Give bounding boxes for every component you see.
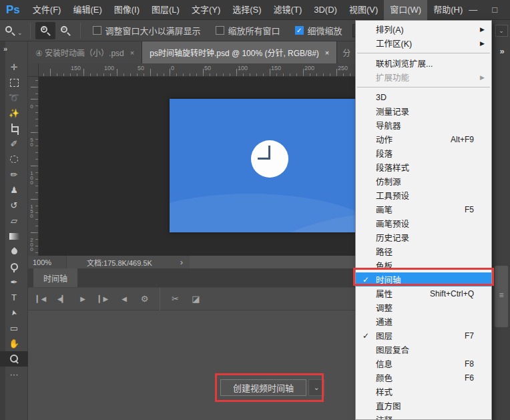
path-selection-tool[interactable]: ➤ — [0, 305, 28, 321]
mute-audio-button[interactable]: ◀ — [113, 295, 134, 302]
clone-stamp-tool[interactable]: ♟ — [0, 182, 28, 198]
window-menu-item[interactable]: 历史记录 — [356, 230, 491, 244]
window-menu-item[interactable]: 信息 F8 — [356, 357, 491, 371]
menubar-item[interactable]: 3D(D) — [308, 0, 343, 20]
menubar-item[interactable]: 图层(L) — [146, 0, 186, 20]
menubar-item[interactable]: 编辑(E) — [67, 0, 107, 20]
scrollbar-thumb[interactable]: ≡ — [495, 266, 508, 327]
right-panel-strip: ⌄ » ≡ — [492, 20, 510, 420]
document-tab[interactable]: ④ 安装时动画（小）.psd × — [28, 41, 142, 63]
close-tab-icon[interactable]: × — [325, 49, 329, 57]
window-menu-item[interactable]: 导航器 — [356, 118, 491, 132]
window-menu-item[interactable]: 工具预设 — [356, 188, 491, 202]
collapse-tools-icon[interactable]: » — [0, 41, 27, 59]
document-tab[interactable]: 分 — [337, 41, 357, 63]
healing-brush-tool[interactable] — [0, 152, 28, 167]
crop-tool[interactable] — [0, 121, 28, 136]
minus-icon: − — [61, 26, 67, 33]
zoom-tool[interactable] — [0, 351, 28, 367]
next-frame-button[interactable]: ▎▶ — [93, 295, 113, 302]
window-menu-item[interactable]: 测量记录 — [356, 104, 491, 118]
window-menu-item[interactable]: 画笔预设 — [356, 216, 491, 230]
move-tool[interactable]: ✛ — [0, 59, 28, 75]
history-brush-tool[interactable]: ↺ — [0, 198, 28, 213]
play-button[interactable]: ▶ — [72, 295, 93, 302]
gradient-tool[interactable] — [0, 228, 28, 244]
checkbox[interactable]: ✓ — [93, 26, 101, 35]
menubar-item[interactable]: 视图(V) — [343, 0, 384, 20]
window-menu-item[interactable]: 3D — [356, 90, 491, 104]
document-size-info[interactable]: 文档:175.8K/469.5K › — [67, 256, 190, 268]
window-menu-item[interactable]: 仿制源 — [356, 174, 491, 188]
checkbox[interactable]: ✓ — [216, 26, 224, 35]
pen-tool[interactable]: ✒ — [0, 274, 28, 290]
ruler-label: 50 — [29, 137, 35, 146]
type-tool[interactable]: T — [0, 290, 28, 305]
window-menu-item[interactable]: 颜色 F6 — [356, 371, 491, 385]
window-menu-item[interactable]: 属性 Shift+Ctrl+Q — [356, 286, 491, 300]
brush-tool[interactable]: ✏ — [0, 167, 28, 182]
zoom-tool-icon[interactable] — [5, 26, 15, 35]
tool-preset-chevron-icon[interactable]: ⌄ — [17, 29, 23, 36]
window-menu-item[interactable]: 色板 — [356, 258, 491, 272]
status-zoom-level[interactable]: 100% — [28, 256, 67, 268]
window-menu-item[interactable]: 直方图 — [356, 399, 491, 413]
window-menu-item[interactable]: 样式 — [356, 385, 491, 399]
split-clip-button[interactable]: ✂ — [165, 294, 186, 304]
window-menu-item[interactable]: 排列(A) ▶ — [356, 22, 491, 36]
window-menu-item[interactable]: 画笔 F5 — [356, 202, 491, 216]
menubar-item[interactable]: 文字(Y) — [186, 0, 226, 20]
workspace-dropdown-icon[interactable]: ⌄ — [495, 25, 508, 37]
menubar-item[interactable]: 滤镜(T) — [268, 0, 308, 20]
rectangle-tool[interactable]: ▭ — [0, 321, 28, 336]
minimize-button[interactable]: — — [469, 1, 477, 19]
menubar-item[interactable]: 图像(I) — [108, 0, 146, 20]
ruler-label: 100 — [29, 170, 35, 184]
window-menu-item[interactable]: 动作 Alt+F9 — [356, 132, 491, 146]
timeline-tab[interactable]: 时间轴 — [33, 268, 77, 287]
quick-selection-tool[interactable]: ✨ — [0, 106, 28, 121]
menubar-item[interactable]: 选择(S) — [226, 0, 267, 20]
menubar-item[interactable]: 文件(F) — [27, 0, 67, 20]
create-video-timeline-button[interactable]: 创建视频时间轴 — [220, 379, 306, 396]
window-menu-item[interactable]: ✓ 时间轴 — [356, 272, 491, 286]
timeline-settings-button[interactable]: ⚙ — [134, 294, 155, 304]
window-menu-item[interactable]: 调整 — [356, 300, 491, 314]
window-menu-item[interactable]: 段落样式 — [356, 160, 491, 174]
ruler-label: 200 — [304, 65, 314, 71]
status-expand-icon[interactable]: › — [180, 257, 183, 267]
window-menu-item[interactable]: 工作区(K) ▶ — [356, 36, 491, 50]
document-tab[interactable]: ps时间轴旋转时钟.psd @ 100% (分针, RGB/8#) × — [142, 41, 337, 63]
window-menu-item[interactable]: 联机浏览扩展... — [356, 56, 491, 70]
first-frame-button[interactable]: ▎◀ — [31, 295, 51, 302]
edit-toolbar[interactable]: ··· — [0, 367, 28, 382]
window-menu-item[interactable]: ✓ 图层 F7 — [356, 329, 491, 343]
window-menu-item[interactable]: 图层复合 — [356, 343, 491, 357]
window-menu-item[interactable]: 注释 — [356, 413, 491, 420]
expand-panels-icon[interactable]: » — [493, 46, 510, 56]
doc-size-text: 文档:175.8K/469.5K — [87, 257, 152, 268]
create-timeline-dropdown-button[interactable]: ⌄ — [308, 379, 324, 396]
window-menu-item[interactable]: 扩展功能 ▶ — [356, 70, 491, 84]
zoom-out-button[interactable]: − — [55, 22, 75, 39]
menubar-item[interactable]: 帮助(H) — [427, 0, 469, 20]
dodge-tool[interactable] — [0, 259, 28, 274]
blur-tool[interactable] — [0, 244, 28, 259]
lasso-tool[interactable]: ➰ — [0, 90, 28, 106]
maximize-button[interactable]: □ — [492, 1, 497, 19]
submenu-arrow-icon: ▶ — [480, 26, 488, 33]
eyedropper-tool[interactable]: ✐ — [0, 136, 28, 152]
transition-button[interactable]: ◪ — [186, 294, 206, 304]
zoom-in-button[interactable]: + — [35, 22, 55, 39]
checkbox[interactable]: ✓ — [295, 26, 304, 35]
window-menu-item[interactable]: 段落 — [356, 146, 491, 160]
close-tab-icon[interactable]: × — [130, 49, 134, 57]
hand-tool[interactable]: ✋ — [0, 336, 28, 351]
eraser-tool[interactable]: ▱ — [0, 213, 28, 228]
previous-frame-button[interactable]: ◀▎ — [51, 295, 72, 302]
window-menu-item[interactable]: 通道 — [356, 314, 491, 329]
window-menu-item[interactable]: 路径 — [356, 244, 491, 258]
menubar-item[interactable]: 窗口(W) — [384, 0, 427, 20]
marquee-tool[interactable] — [0, 75, 28, 90]
menu-shortcut: Alt+F9 — [451, 135, 474, 144]
